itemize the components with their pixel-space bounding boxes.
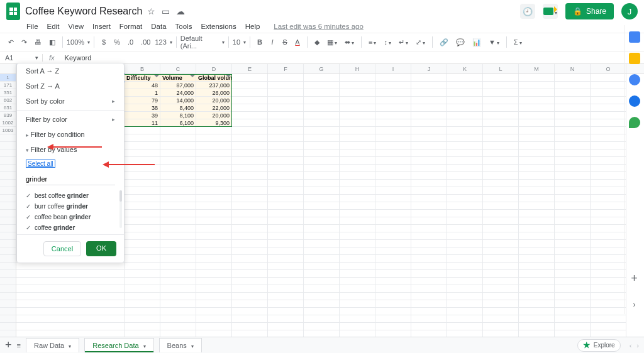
filter-value-option[interactable]: ✓coffee bean grinder xyxy=(26,212,115,222)
menu-insert[interactable]: Insert xyxy=(92,23,111,30)
tab-raw-data[interactable]: Raw Data xyxy=(26,338,79,352)
select-all-link[interactable]: Select all xyxy=(26,160,55,168)
add-sheet-icon[interactable]: + xyxy=(5,339,12,352)
row-header[interactable]: 1002 xyxy=(0,119,16,127)
functions-icon[interactable]: Σ xyxy=(511,36,525,48)
cell[interactable]: 22,000 xyxy=(196,104,232,112)
cell[interactable]: 237,000 xyxy=(196,82,232,89)
meet-icon[interactable] xyxy=(543,4,558,19)
filter-value-option[interactable]: ✓coffee grinder xyxy=(26,222,115,233)
cell[interactable]: 48 xyxy=(125,82,160,89)
row-header[interactable]: 602 xyxy=(0,97,16,104)
cell[interactable]: 14,000 xyxy=(160,97,196,104)
redo-icon[interactable]: ↷ xyxy=(18,36,30,48)
col-header[interactable]: L xyxy=(483,64,519,73)
col-header[interactable]: F xyxy=(268,64,304,73)
row-header[interactable]: 351 xyxy=(0,89,16,97)
calendar-icon[interactable] xyxy=(629,31,640,43)
row-header[interactable]: 1003 xyxy=(0,127,16,134)
cell[interactable]: 11 xyxy=(125,119,160,127)
cancel-button[interactable]: Cancel xyxy=(43,241,81,256)
cloud-icon[interactable]: ☁ xyxy=(176,6,185,16)
filter-by-color[interactable]: Filter by color xyxy=(17,112,124,127)
filter-search-input[interactable] xyxy=(26,173,115,185)
cell[interactable]: 20,000 xyxy=(196,97,232,104)
sheets-logo[interactable] xyxy=(6,3,20,20)
share-button[interactable]: 🔒Share xyxy=(565,3,614,19)
tab-scroll-left-icon[interactable]: ‹ xyxy=(630,342,632,349)
last-edit[interactable]: Last edit was 6 minutes ago xyxy=(274,23,364,30)
comment-icon[interactable]: 💬 xyxy=(453,36,468,48)
percent-icon[interactable]: % xyxy=(111,36,123,48)
sort-az[interactable]: Sort A → Z xyxy=(17,63,124,79)
col-header[interactable]: N xyxy=(555,64,591,73)
zoom-select[interactable]: 100% xyxy=(67,38,90,46)
print-icon[interactable]: 🖶 xyxy=(31,36,45,48)
col-header[interactable]: D xyxy=(196,64,232,73)
maps-icon[interactable] xyxy=(629,117,640,128)
valign-icon[interactable]: ↕ xyxy=(380,36,394,48)
menu-view[interactable]: View xyxy=(68,23,84,30)
text-color-icon[interactable]: A xyxy=(292,36,303,48)
cell[interactable]: 24,000 xyxy=(160,89,196,97)
filter-by-values[interactable]: Filter by values xyxy=(17,142,124,157)
cell[interactable]: 6,100 xyxy=(160,119,196,127)
row-header[interactable]: 839 xyxy=(0,112,16,119)
tab-beans[interactable]: Beans xyxy=(159,338,202,352)
col-header[interactable]: J xyxy=(411,64,447,73)
fill-color-icon[interactable]: ◆ xyxy=(311,36,323,48)
row-header[interactable]: 1 xyxy=(0,74,16,82)
avatar[interactable]: J xyxy=(621,3,638,19)
filter-value-option[interactable]: ✓best coffee grinder xyxy=(26,190,115,201)
currency-icon[interactable]: $ xyxy=(98,36,109,48)
col-header[interactable]: M xyxy=(519,64,555,73)
col-header[interactable]: H xyxy=(340,64,375,73)
font-size-select[interactable]: 10 xyxy=(233,38,246,46)
bold-icon[interactable]: B xyxy=(254,36,265,48)
col-header[interactable]: E xyxy=(232,64,268,73)
col-header[interactable]: C xyxy=(160,64,196,73)
menu-help[interactable]: Help xyxy=(245,23,260,30)
cell[interactable]: 79 xyxy=(125,97,160,104)
row-header[interactable]: 631 xyxy=(0,104,16,112)
menu-edit[interactable]: Edit xyxy=(47,23,60,30)
col-header[interactable]: B xyxy=(125,64,160,73)
merge-icon[interactable]: ⬌ xyxy=(341,36,357,48)
number-format-select[interactable]: 123 xyxy=(155,38,172,46)
history-icon[interactable]: 🕘 xyxy=(520,4,535,19)
name-box[interactable]: A1 xyxy=(0,54,31,62)
col-header[interactable]: O xyxy=(591,64,626,73)
font-select[interactable]: Default (Ari... xyxy=(180,35,225,50)
rotate-icon[interactable]: ⤢ xyxy=(413,36,428,48)
cell[interactable]: 1 xyxy=(125,89,160,97)
hide-sidepanel-icon[interactable]: › xyxy=(633,300,636,309)
sort-za[interactable]: Sort Z → A xyxy=(17,79,124,94)
menu-format[interactable]: Format xyxy=(119,23,142,30)
col-header[interactable]: I xyxy=(375,64,411,73)
menu-file[interactable]: File xyxy=(26,23,38,30)
contacts-icon[interactable] xyxy=(629,95,640,107)
namebox-caret-icon[interactable]: ▾ xyxy=(31,55,42,61)
cell[interactable]: 8,100 xyxy=(160,112,196,119)
col-header[interactable]: G xyxy=(304,64,340,73)
sort-by-color[interactable]: Sort by color xyxy=(17,94,124,109)
move-icon[interactable]: ▭ xyxy=(162,6,170,16)
keep-icon[interactable] xyxy=(629,53,640,64)
col-header[interactable]: K xyxy=(447,64,483,73)
explore-button[interactable]: Explore xyxy=(577,339,621,352)
paint-icon[interactable]: ◧ xyxy=(46,36,58,48)
strike-icon[interactable]: S xyxy=(279,36,291,48)
menu-extensions[interactable]: Extensions xyxy=(201,23,236,30)
star-icon[interactable]: ☆ xyxy=(147,6,155,16)
tasks-icon[interactable] xyxy=(629,74,640,85)
menu-data[interactable]: Data xyxy=(151,23,166,30)
cell[interactable]: 39 xyxy=(125,112,160,119)
filter-by-condition[interactable]: Filter by condition xyxy=(17,127,124,142)
increase-decimal-icon[interactable]: .00 xyxy=(138,36,153,48)
cell[interactable]: 26,000 xyxy=(196,89,232,97)
cell[interactable]: 38 xyxy=(125,104,160,112)
cell[interactable]: 8,400 xyxy=(160,104,196,112)
cell[interactable]: Volume xyxy=(160,74,196,82)
tab-scroll-right-icon[interactable]: › xyxy=(636,342,639,349)
cell[interactable]: Global volume xyxy=(196,74,232,82)
